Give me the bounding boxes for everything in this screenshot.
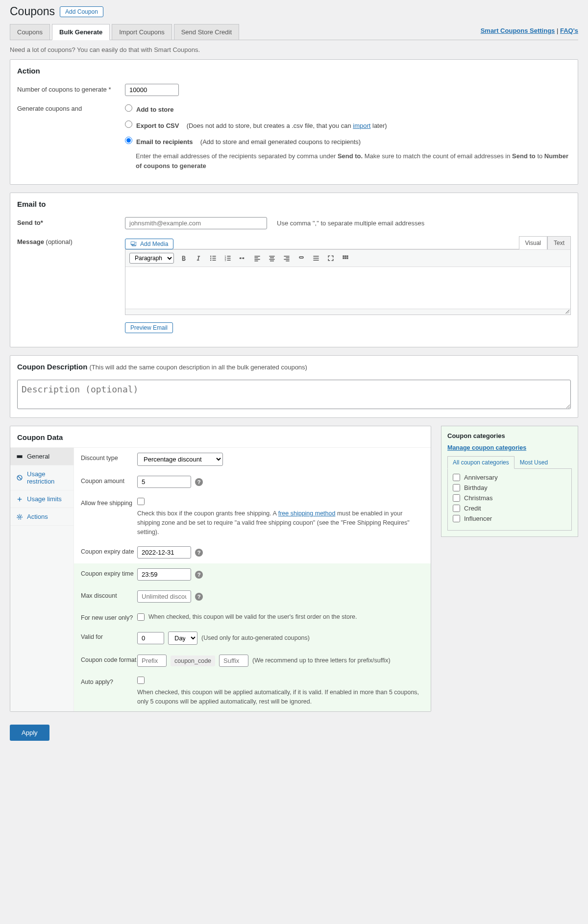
svg-rect-26	[313, 260, 318, 261]
tab-general[interactable]: General	[10, 448, 74, 465]
editor-body[interactable]	[125, 267, 570, 309]
max-discount-label: Max discount	[81, 590, 137, 599]
auto-apply-label: Auto apply?	[81, 677, 137, 685]
apply-button[interactable]: Apply	[10, 725, 49, 741]
cat-item-credit: Credit	[453, 505, 566, 512]
import-link[interactable]: import	[353, 122, 370, 129]
fullscreen-icon[interactable]	[326, 253, 336, 263]
limits-icon	[16, 496, 23, 503]
email-to-heading: Email to	[17, 200, 571, 208]
toolbar-toggle-icon[interactable]	[341, 253, 350, 263]
suffix-input[interactable]	[219, 655, 248, 667]
sendto-input[interactable]	[125, 217, 267, 229]
ol-icon[interactable]: 123	[223, 253, 233, 263]
tab-usage-restriction[interactable]: Usage restriction	[10, 465, 74, 490]
action-panel: Action Number of coupons to generate * G…	[10, 59, 578, 185]
prefix-input[interactable]	[137, 655, 167, 667]
valid-for-unit-select[interactable]: Days	[168, 632, 197, 645]
editor-tab-visual[interactable]: Visual	[519, 236, 547, 249]
radio-email-recipients[interactable]	[125, 137, 132, 144]
valid-for-input[interactable]	[137, 632, 164, 644]
max-discount-input[interactable]	[137, 590, 191, 603]
tab-send-store-credit[interactable]: Send Store Credit	[174, 24, 239, 40]
message-editor: Paragraph 123	[125, 249, 571, 315]
free-shipping-desc: Check this box if the coupon grants free…	[137, 509, 424, 536]
svg-rect-13	[254, 257, 258, 258]
add-media-button[interactable]: Add Media	[125, 239, 173, 249]
email-hint: (Add to store and email generated coupon…	[197, 138, 361, 146]
tab-import-coupons[interactable]: Import Coupons	[112, 24, 172, 40]
coupon-amount-input[interactable]	[137, 476, 191, 488]
cat-item-christmas: Christmas	[453, 494, 566, 502]
preview-email-button[interactable]: Preview Email	[125, 322, 173, 333]
free-shipping-checkbox[interactable]	[137, 498, 145, 505]
discount-type-select[interactable]: Percentage discount	[137, 453, 223, 466]
valid-for-hint: (Used only for auto-generated coupons)	[201, 633, 310, 643]
code-format-hint: (We recommend up to three letters for pr…	[252, 656, 391, 665]
format-select[interactable]: Paragraph	[129, 253, 174, 264]
editor-tab-text[interactable]: Text	[547, 236, 571, 249]
radio-add-to-store[interactable]	[125, 104, 132, 112]
cat-checkbox[interactable]	[453, 494, 460, 502]
insert-more-icon[interactable]	[311, 253, 321, 263]
svg-rect-9	[227, 258, 230, 259]
svg-rect-32	[346, 257, 348, 259]
coupon-data-heading: Coupon Data	[10, 426, 431, 448]
cat-tab-all[interactable]: All coupon categories	[447, 456, 514, 469]
cat-item-influencer: Influencer	[453, 515, 566, 522]
svg-rect-16	[269, 256, 274, 257]
auto-apply-checkbox[interactable]	[137, 677, 145, 684]
smart-coupons-settings-link[interactable]: Smart Coupons Settings	[481, 27, 555, 34]
cat-checkbox[interactable]	[453, 484, 460, 491]
svg-rect-3	[212, 258, 216, 259]
bold-icon[interactable]	[179, 253, 189, 263]
editor-resize-handle[interactable]	[125, 309, 570, 315]
svg-rect-23	[286, 261, 289, 262]
cat-tab-most-used[interactable]: Most Used	[514, 456, 553, 469]
svg-rect-19	[270, 261, 274, 262]
num-coupons-input[interactable]	[125, 84, 179, 96]
svg-rect-22	[284, 259, 289, 260]
expiry-time-input[interactable]	[137, 568, 191, 581]
italic-icon[interactable]	[194, 253, 203, 263]
svg-rect-15	[254, 261, 258, 262]
svg-point-38	[17, 514, 22, 519]
description-textarea[interactable]	[17, 380, 571, 409]
quote-icon[interactable]	[238, 253, 247, 263]
svg-rect-12	[254, 256, 260, 257]
expiry-date-input[interactable]	[137, 546, 191, 559]
tab-coupons[interactable]: Coupons	[10, 24, 50, 40]
help-icon[interactable]: ?	[195, 549, 203, 557]
help-icon[interactable]: ?	[195, 571, 203, 579]
tab-actions[interactable]: Actions	[10, 508, 74, 526]
svg-rect-17	[270, 257, 274, 258]
ul-icon[interactable]	[208, 253, 218, 263]
svg-rect-18	[269, 259, 274, 260]
cat-checkbox[interactable]	[453, 474, 460, 481]
action-heading: Action	[17, 67, 571, 75]
email-to-panel: Email to Send to* Use comma "," to separ…	[10, 193, 578, 347]
radio-export-csv-label: Export to CSV	[136, 122, 179, 129]
svg-rect-31	[344, 257, 346, 259]
help-icon[interactable]: ?	[195, 593, 203, 601]
svg-rect-30	[343, 257, 344, 259]
cat-checkbox[interactable]	[453, 505, 460, 512]
add-coupon-button[interactable]: Add Coupon	[60, 6, 103, 17]
intro-text: Need a lot of coupons? You can easily do…	[10, 46, 578, 53]
free-shipping-method-link[interactable]: free shipping method	[278, 510, 336, 517]
align-left-icon[interactable]	[252, 253, 262, 263]
manage-categories-link[interactable]: Manage coupon categories	[447, 444, 572, 451]
radio-export-csv[interactable]	[125, 121, 132, 128]
cat-checkbox[interactable]	[453, 515, 460, 522]
svg-point-37	[19, 515, 21, 517]
align-center-icon[interactable]	[267, 253, 277, 263]
link-icon[interactable]	[296, 253, 306, 263]
media-icon	[130, 241, 137, 247]
tab-usage-limits[interactable]: Usage limits	[10, 490, 74, 508]
align-right-icon[interactable]	[282, 253, 292, 263]
help-icon[interactable]: ?	[195, 478, 203, 486]
svg-rect-7	[227, 256, 230, 257]
faq-link[interactable]: FAQ's	[560, 27, 578, 34]
tab-bulk-generate[interactable]: Bulk Generate	[52, 24, 110, 40]
new-user-checkbox[interactable]	[137, 613, 145, 621]
